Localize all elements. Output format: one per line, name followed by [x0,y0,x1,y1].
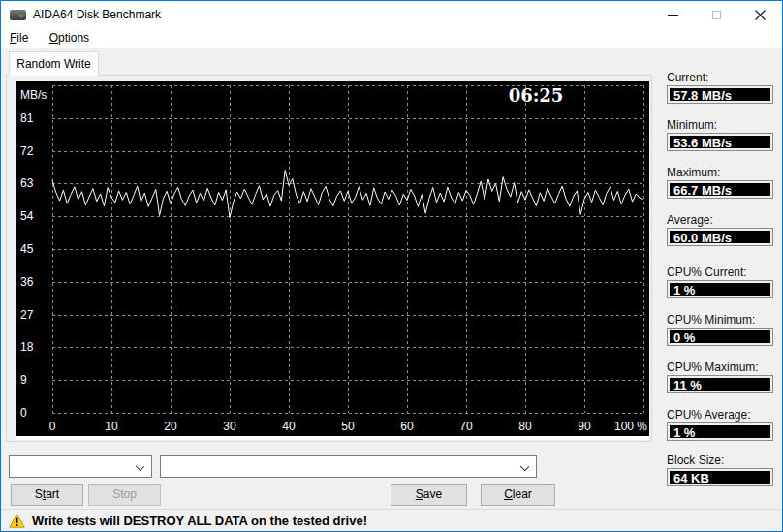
stat-value: 0 % [667,328,773,346]
app-window: AIDA64 Disk Benchmark File Options Rando… [0,0,783,532]
y-tick-label: 54 [20,209,34,223]
benchmark-chart: MB/s817263544536271890010203040506070809… [16,81,649,436]
x-tick-label: 30 [223,420,236,433]
menubar: File Options [1,28,782,48]
y-tick-label: 27 [20,308,34,322]
stat-cpu-maximum: CPU% Maximum: 11 % [667,360,773,393]
window-title: AIDA64 Disk Benchmark [33,1,161,28]
x-tick-label: 90 [578,420,591,433]
y-tick-label: 9 [20,373,27,387]
titlebar: AIDA64 Disk Benchmark [1,1,782,28]
minimize-button[interactable] [651,1,695,28]
benchmark-trace-line [52,171,643,218]
y-tick-label: 72 [20,144,34,158]
stat-maximum: Maximum: 66.7 MB/s [667,165,773,199]
y-tick-label: 36 [20,275,34,289]
x-tick-label: 60 [400,420,414,433]
stat-label: Block Size: [667,453,773,468]
y-tick-label: 81 [20,111,34,125]
x-tick-label: 20 [164,420,177,433]
stat-label: CPU% Minimum: [667,312,773,328]
chart-canvas: MB/s817263544536271890010203040506070809… [16,81,649,436]
x-tick-label: 0 [49,420,56,433]
x-tick-label: 100 % [614,420,647,433]
stat-label: CPU% Average: [667,407,773,422]
stat-cpu-minimum: CPU% Minimum: 0 % [667,312,773,346]
stat-value: 1 % [667,422,773,441]
disk-drive-icon [10,10,26,20]
x-tick-label: 70 [459,420,473,433]
x-tick-label: 80 [518,420,532,433]
stat-label: CPU% Maximum: [667,360,773,375]
caption-buttons [651,1,782,28]
tab-page: MB/s817263544536271890010203040506070809… [6,75,652,442]
save-button[interactable]: Save [391,484,467,506]
drive-select[interactable]: Disk Drive #5 [Multi-Reader -3] (59520 M… [160,455,537,478]
start-button[interactable]: Start [11,484,83,506]
chevron-down-icon [520,462,529,471]
stat-minimum: Minimum: 53.6 MB/s [667,117,773,151]
minimize-icon [668,15,678,16]
drive-led [19,15,23,17]
y-axis-unit-label: MB/s [20,88,47,102]
stat-label: Maximum: [667,165,773,180]
x-tick-label: 50 [341,420,355,433]
stat-label: CPU% Current: [667,265,773,280]
y-tick-label: 63 [20,176,34,190]
stat-cpu-current: CPU% Current: 1 % [667,265,773,298]
stat-label: Current: [667,70,773,85]
chart-bottom-strip [16,436,649,440]
stat-value: 66.7 MB/s [667,180,773,199]
x-tick-label: 10 [105,420,118,433]
x-tick-label: 40 [282,420,296,433]
chevron-down-icon [136,462,144,471]
stat-average: Average: 60.0 MB/s [667,212,773,246]
y-tick-label: 18 [20,340,34,354]
status-warning-text: Write tests will DESTROY ALL DATA on the… [32,510,367,532]
stat-value: 11 % [667,375,773,393]
close-icon [755,10,766,20]
test-type-select[interactable]: Random Write [9,455,152,478]
stat-block-size: Block Size: 64 KB [667,453,773,486]
menu-options[interactable]: Options [41,28,98,48]
close-button[interactable] [738,1,782,28]
warning-icon [9,514,25,528]
maximize-icon [712,11,721,19]
stat-label: Minimum: [667,117,773,133]
tab-random-write[interactable]: Random Write [9,51,99,76]
stat-value: 1 % [667,280,773,298]
stop-button[interactable]: Stop [88,484,161,506]
stat-value: 64 KB [667,468,773,486]
stat-value: 60.0 MB/s [667,228,773,246]
stat-label: Average: [667,212,773,228]
maximize-button[interactable] [695,1,738,28]
menu-file[interactable]: File [1,28,37,48]
y-tick-label: 45 [20,242,34,256]
statusbar: Write tests will DESTROY ALL DATA on the… [1,509,782,531]
elapsed-time-label: 06:25 [509,85,564,106]
stat-cpu-average: CPU% Average: 1 % [667,407,773,441]
clear-button[interactable]: Clear [481,484,555,506]
stats-panel: Current: 57.8 MB/s Minimum: 53.6 MB/s Ma… [667,70,773,500]
stat-value: 57.8 MB/s [667,85,773,104]
y-tick-label: 0 [20,406,27,420]
stat-current: Current: 57.8 MB/s [667,70,773,104]
stat-value: 53.6 MB/s [667,133,773,151]
